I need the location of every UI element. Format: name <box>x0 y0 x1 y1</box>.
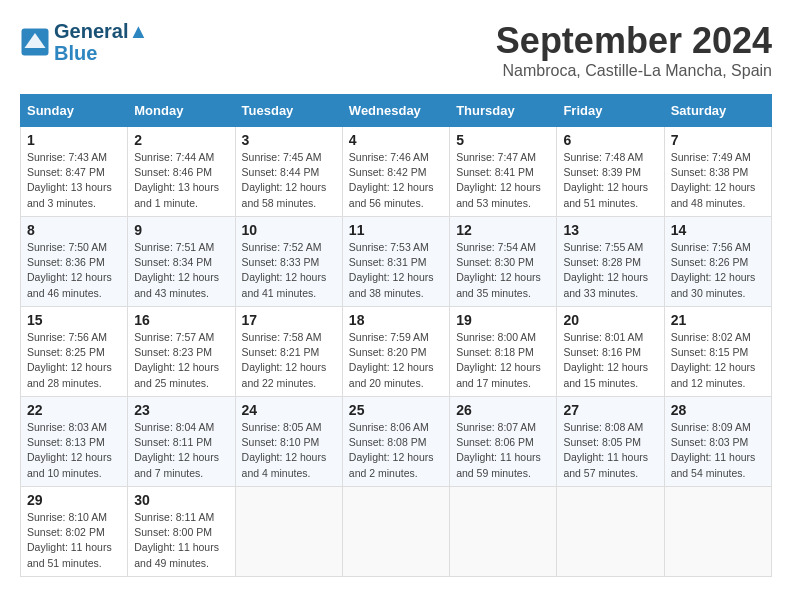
daylight-label: Daylight: 12 hours and 10 minutes. <box>27 451 112 478</box>
sunset-label: Sunset: 8:46 PM <box>134 166 212 178</box>
sunrise-label: Sunrise: 7:47 AM <box>456 151 536 163</box>
sunset-label: Sunset: 8:11 PM <box>134 436 212 448</box>
calendar-cell: 30Sunrise: 8:11 AMSunset: 8:00 PMDayligh… <box>128 487 235 577</box>
daylight-label: Daylight: 12 hours and 2 minutes. <box>349 451 434 478</box>
day-info: Sunrise: 7:56 AMSunset: 8:25 PMDaylight:… <box>27 330 121 391</box>
calendar-cell: 25Sunrise: 8:06 AMSunset: 8:08 PMDayligh… <box>342 397 449 487</box>
sunrise-label: Sunrise: 8:01 AM <box>563 331 643 343</box>
sunset-label: Sunset: 8:21 PM <box>242 346 320 358</box>
daylight-label: Daylight: 12 hours and 58 minutes. <box>242 181 327 208</box>
day-number: 20 <box>563 312 657 328</box>
calendar-cell: 21Sunrise: 8:02 AMSunset: 8:15 PMDayligh… <box>664 307 771 397</box>
daylight-label: Daylight: 12 hours and 12 minutes. <box>671 361 756 388</box>
day-number: 14 <box>671 222 765 238</box>
sunset-label: Sunset: 8:18 PM <box>456 346 534 358</box>
day-number: 12 <box>456 222 550 238</box>
sunrise-label: Sunrise: 7:55 AM <box>563 241 643 253</box>
day-info: Sunrise: 7:51 AMSunset: 8:34 PMDaylight:… <box>134 240 228 301</box>
calendar-cell: 7Sunrise: 7:49 AMSunset: 8:38 PMDaylight… <box>664 127 771 217</box>
calendar-cell: 4Sunrise: 7:46 AMSunset: 8:42 PMDaylight… <box>342 127 449 217</box>
col-header-thursday: Thursday <box>450 95 557 127</box>
daylight-label: Daylight: 11 hours and 59 minutes. <box>456 451 541 478</box>
sunset-label: Sunset: 8:41 PM <box>456 166 534 178</box>
calendar-cell: 14Sunrise: 7:56 AMSunset: 8:26 PMDayligh… <box>664 217 771 307</box>
daylight-label: Daylight: 12 hours and 15 minutes. <box>563 361 648 388</box>
day-info: Sunrise: 7:45 AMSunset: 8:44 PMDaylight:… <box>242 150 336 211</box>
sunset-label: Sunset: 8:03 PM <box>671 436 749 448</box>
daylight-label: Daylight: 12 hours and 41 minutes. <box>242 271 327 298</box>
sunrise-label: Sunrise: 8:09 AM <box>671 421 751 433</box>
sunset-label: Sunset: 8:13 PM <box>27 436 105 448</box>
sunset-label: Sunset: 8:34 PM <box>134 256 212 268</box>
sunset-label: Sunset: 8:23 PM <box>134 346 212 358</box>
sunrise-label: Sunrise: 8:03 AM <box>27 421 107 433</box>
day-number: 7 <box>671 132 765 148</box>
location-subtitle: Nambroca, Castille-La Mancha, Spain <box>496 62 772 80</box>
sunrise-label: Sunrise: 8:11 AM <box>134 511 214 523</box>
daylight-label: Daylight: 12 hours and 28 minutes. <box>27 361 112 388</box>
day-info: Sunrise: 8:07 AMSunset: 8:06 PMDaylight:… <box>456 420 550 481</box>
day-info: Sunrise: 7:57 AMSunset: 8:23 PMDaylight:… <box>134 330 228 391</box>
daylight-label: Daylight: 12 hours and 53 minutes. <box>456 181 541 208</box>
day-info: Sunrise: 7:53 AMSunset: 8:31 PMDaylight:… <box>349 240 443 301</box>
sunrise-label: Sunrise: 7:54 AM <box>456 241 536 253</box>
calendar-cell: 29Sunrise: 8:10 AMSunset: 8:02 PMDayligh… <box>21 487 128 577</box>
day-number: 19 <box>456 312 550 328</box>
daylight-label: Daylight: 12 hours and 38 minutes. <box>349 271 434 298</box>
day-number: 24 <box>242 402 336 418</box>
sunset-label: Sunset: 8:08 PM <box>349 436 427 448</box>
day-info: Sunrise: 8:05 AMSunset: 8:10 PMDaylight:… <box>242 420 336 481</box>
sunset-label: Sunset: 8:38 PM <box>671 166 749 178</box>
month-year-title: September 2024 <box>496 20 772 62</box>
day-number: 3 <box>242 132 336 148</box>
sunset-label: Sunset: 8:42 PM <box>349 166 427 178</box>
sunset-label: Sunset: 8:25 PM <box>27 346 105 358</box>
sunset-label: Sunset: 8:33 PM <box>242 256 320 268</box>
day-info: Sunrise: 7:58 AMSunset: 8:21 PMDaylight:… <box>242 330 336 391</box>
calendar-cell <box>450 487 557 577</box>
sunrise-label: Sunrise: 8:07 AM <box>456 421 536 433</box>
day-info: Sunrise: 8:04 AMSunset: 8:11 PMDaylight:… <box>134 420 228 481</box>
daylight-label: Daylight: 12 hours and 25 minutes. <box>134 361 219 388</box>
col-header-sunday: Sunday <box>21 95 128 127</box>
day-number: 27 <box>563 402 657 418</box>
day-number: 22 <box>27 402 121 418</box>
sunrise-label: Sunrise: 7:48 AM <box>563 151 643 163</box>
day-number: 25 <box>349 402 443 418</box>
sunset-label: Sunset: 8:05 PM <box>563 436 641 448</box>
daylight-label: Daylight: 11 hours and 49 minutes. <box>134 541 219 568</box>
sunrise-label: Sunrise: 8:00 AM <box>456 331 536 343</box>
sunset-label: Sunset: 8:20 PM <box>349 346 427 358</box>
sunset-label: Sunset: 8:28 PM <box>563 256 641 268</box>
calendar-cell: 13Sunrise: 7:55 AMSunset: 8:28 PMDayligh… <box>557 217 664 307</box>
day-number: 6 <box>563 132 657 148</box>
day-info: Sunrise: 8:10 AMSunset: 8:02 PMDaylight:… <box>27 510 121 571</box>
title-section: September 2024 Nambroca, Castille-La Man… <box>496 20 772 80</box>
day-info: Sunrise: 8:06 AMSunset: 8:08 PMDaylight:… <box>349 420 443 481</box>
day-info: Sunrise: 7:59 AMSunset: 8:20 PMDaylight:… <box>349 330 443 391</box>
col-header-monday: Monday <box>128 95 235 127</box>
day-info: Sunrise: 8:01 AMSunset: 8:16 PMDaylight:… <box>563 330 657 391</box>
day-number: 18 <box>349 312 443 328</box>
day-number: 17 <box>242 312 336 328</box>
calendar-cell: 22Sunrise: 8:03 AMSunset: 8:13 PMDayligh… <box>21 397 128 487</box>
sunrise-label: Sunrise: 7:46 AM <box>349 151 429 163</box>
sunrise-label: Sunrise: 7:59 AM <box>349 331 429 343</box>
daylight-label: Daylight: 13 hours and 1 minute. <box>134 181 219 208</box>
sunrise-label: Sunrise: 7:45 AM <box>242 151 322 163</box>
daylight-label: Daylight: 11 hours and 54 minutes. <box>671 451 756 478</box>
col-header-tuesday: Tuesday <box>235 95 342 127</box>
sunset-label: Sunset: 8:10 PM <box>242 436 320 448</box>
sunset-label: Sunset: 8:44 PM <box>242 166 320 178</box>
daylight-label: Daylight: 12 hours and 35 minutes. <box>456 271 541 298</box>
calendar-cell: 12Sunrise: 7:54 AMSunset: 8:30 PMDayligh… <box>450 217 557 307</box>
daylight-label: Daylight: 12 hours and 46 minutes. <box>27 271 112 298</box>
calendar-cell: 20Sunrise: 8:01 AMSunset: 8:16 PMDayligh… <box>557 307 664 397</box>
day-info: Sunrise: 7:54 AMSunset: 8:30 PMDaylight:… <box>456 240 550 301</box>
sunrise-label: Sunrise: 8:10 AM <box>27 511 107 523</box>
calendar-cell: 1Sunrise: 7:43 AMSunset: 8:47 PMDaylight… <box>21 127 128 217</box>
calendar-cell <box>235 487 342 577</box>
sunrise-label: Sunrise: 7:56 AM <box>671 241 751 253</box>
calendar-cell: 11Sunrise: 7:53 AMSunset: 8:31 PMDayligh… <box>342 217 449 307</box>
sunset-label: Sunset: 8:15 PM <box>671 346 749 358</box>
